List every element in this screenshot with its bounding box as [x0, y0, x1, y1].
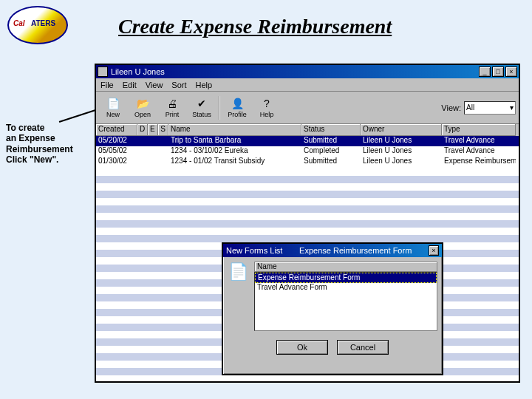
print-icon: 🖨 [165, 97, 180, 110]
menu-help[interactable]: Help [196, 81, 213, 89]
toolbar-new-label: New [106, 111, 120, 118]
dialog-list-header[interactable]: Name [254, 262, 437, 272]
cancel-button[interactable]: Cancel [337, 340, 389, 355]
new-icon: 📄 [106, 97, 120, 110]
menu-edit[interactable]: Edit [123, 81, 137, 89]
page-title: Create Expense Reimbursement [118, 15, 392, 38]
col-owner[interactable]: Owner [361, 124, 442, 136]
ok-button[interactable]: Ok [276, 340, 328, 355]
col-d[interactable]: D [137, 124, 148, 136]
cell-status: Submitted [301, 136, 361, 146]
dialog-close-button[interactable]: × [429, 245, 439, 256]
list-area: Created D E S Name Status Owner Type 05/… [96, 124, 519, 381]
cell-e [148, 136, 158, 146]
list-body: 05/20/02 Trip to Santa Barbara Submitted… [96, 136, 519, 167]
profile-icon: 👤 [230, 97, 245, 110]
cell-name: 1234 - 03/10/02 Eureka [168, 146, 301, 157]
toolbar-profile[interactable]: 👤 Profile [223, 94, 251, 122]
col-created[interactable]: Created [96, 124, 137, 136]
toolbar-profile-label: Profile [228, 111, 247, 118]
toolbar-status-label: Status [192, 111, 211, 118]
menubar: File Edit View Sort Help [96, 78, 519, 92]
cell-type: Expense Reimbursement [442, 157, 516, 167]
menu-view[interactable]: View [146, 81, 163, 89]
titlebar: Lileen U Jones _ □ × [96, 65, 519, 78]
table-row[interactable]: 05/20/02 Trip to Santa Barbara Submitted… [96, 136, 519, 146]
cell-created: 05/20/02 [96, 136, 137, 146]
window-title: Lileen U Jones [111, 67, 479, 76]
menu-file[interactable]: File [100, 81, 114, 89]
cell-owner: Lileen U Jones [361, 146, 442, 157]
col-status[interactable]: Status [301, 124, 361, 136]
minimize-button[interactable]: _ [479, 66, 491, 77]
toolbar-new[interactable]: 📄 New [99, 94, 127, 122]
toolbar: 📄 New 📂 Open 🖨 Print ✔ Status 👤 Profile … [96, 92, 519, 124]
cell-status: Completed [301, 146, 361, 157]
help-icon: ? [259, 97, 274, 110]
view-select[interactable]: All ▾ [464, 101, 516, 115]
cell-name: 1234 - 01/02 Transit Subsidy [168, 157, 301, 167]
dialog-title-right: Expense Reimbursement Form [299, 246, 412, 255]
table-row[interactable]: 05/05/02 1234 - 03/10/02 Eureka Complete… [96, 146, 519, 157]
view-label: View: [441, 103, 461, 112]
cell-e [148, 157, 158, 167]
cell-owner: Lileen U Jones [361, 136, 442, 146]
dialog-list: Expense Reimbursement Form Travel Advanc… [254, 272, 437, 331]
col-type[interactable]: Type [442, 124, 516, 136]
cell-s [158, 146, 168, 157]
toolbar-separator [219, 96, 220, 120]
cell-status: Submitted [301, 157, 361, 167]
open-icon: 📂 [135, 97, 150, 110]
toolbar-open-label: Open [134, 111, 151, 118]
cell-s [158, 136, 168, 146]
cell-e [148, 146, 158, 157]
cell-s [158, 157, 168, 167]
cell-name: Trip to Santa Barbara [168, 136, 301, 146]
toolbar-help-label: Help [260, 111, 274, 118]
cell-created: 05/05/02 [96, 146, 137, 157]
toolbar-open[interactable]: 📂 Open [129, 94, 157, 122]
view-value: All [466, 103, 474, 112]
dialog-title-left: New Forms List [226, 246, 282, 255]
cell-d [137, 146, 148, 157]
col-e[interactable]: E [148, 124, 158, 136]
document-icon: 📄 [228, 262, 248, 282]
table-row[interactable]: 01/30/02 1234 - 01/02 Transit Subsidy Su… [96, 157, 519, 167]
logo-text-left: Cal [13, 19, 25, 27]
app-icon [98, 66, 108, 77]
col-s[interactable]: S [158, 124, 168, 136]
toolbar-print[interactable]: 🖨 Print [158, 94, 186, 122]
cell-type: Travel Advance [442, 146, 516, 157]
menu-sort[interactable]: Sort [171, 81, 186, 89]
status-icon: ✔ [194, 97, 209, 110]
main-window: Lileen U Jones _ □ × File Edit View Sort… [95, 64, 520, 383]
cell-d [137, 157, 148, 167]
cell-type: Travel Advance [442, 136, 516, 146]
cell-d [137, 136, 148, 146]
toolbar-help[interactable]: ? Help [253, 94, 281, 122]
cell-created: 01/30/02 [96, 157, 137, 167]
new-forms-dialog: New Forms List Expense Reimbursement For… [222, 242, 443, 375]
annotation-new: To create an Expense Reimbursement Click… [6, 123, 95, 166]
cell-owner: Lileen U Jones [361, 157, 442, 167]
dialog-titlebar: New Forms List Expense Reimbursement For… [223, 244, 442, 257]
dialog-list-item[interactable]: Travel Advance Form [255, 283, 437, 293]
col-name[interactable]: Name [168, 124, 301, 136]
chevron-down-icon: ▾ [510, 103, 514, 112]
dialog-list-item[interactable]: Expense Reimbursement Form [255, 273, 437, 283]
list-header: Created D E S Name Status Owner Type [96, 124, 519, 136]
logo-text-right: ATERS [31, 19, 55, 27]
maximize-button[interactable]: □ [492, 66, 504, 77]
calaters-logo: Cal ATERS [7, 6, 68, 44]
toolbar-status[interactable]: ✔ Status [188, 94, 216, 122]
toolbar-print-label: Print [166, 111, 180, 118]
close-button[interactable]: × [505, 66, 517, 77]
